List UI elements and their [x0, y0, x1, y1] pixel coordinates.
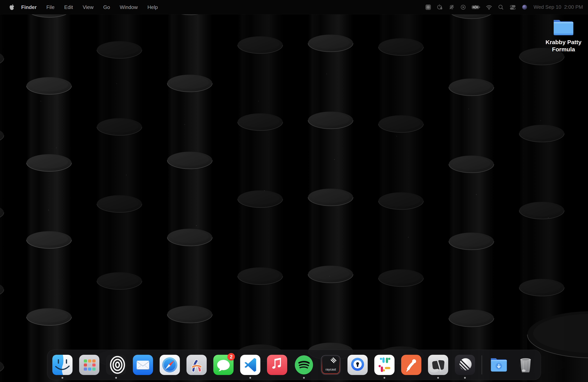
dock-finder-icon[interactable] [52, 355, 73, 375]
dock-mail-icon[interactable] [133, 355, 153, 375]
desktop-folder-krabby-patty[interactable]: Krabby Patty Formula [542, 17, 585, 53]
dock-raycast-icon[interactable]: raycast [321, 355, 341, 375]
running-indicator [115, 377, 117, 379]
running-indicator [303, 377, 305, 379]
menu-app-name[interactable]: Finder [16, 0, 42, 14]
control-center-menubar-icon[interactable] [507, 4, 519, 11]
dock-spotify-icon[interactable] [294, 355, 314, 375]
desktop-screen: Finder File Edit View Go Window Help [0, 0, 588, 382]
wallpaper [0, 0, 588, 382]
dock-separator [482, 355, 482, 374]
dock-arc-icon[interactable] [187, 355, 207, 375]
dock-trash-icon[interactable] [515, 355, 536, 375]
wifi-menubar-icon[interactable] [483, 4, 495, 11]
menu-edit[interactable]: Edit [59, 0, 78, 14]
running-indicator [250, 377, 251, 379]
dock-postman-icon[interactable] [401, 355, 421, 375]
dock: 2 [47, 350, 541, 380]
dock-glyph-app-icon[interactable] [428, 355, 448, 375]
menu-view[interactable]: View [78, 0, 98, 14]
apple-menu-icon[interactable] [7, 4, 16, 11]
dock-music-icon[interactable] [267, 355, 287, 375]
menu-go[interactable]: Go [98, 0, 115, 14]
dock-1password-icon[interactable] [347, 355, 368, 375]
menubar-clock[interactable]: Wed Sep 10 2:00 PM [530, 4, 585, 10]
raycast-label: raycast [326, 368, 336, 371]
dock-safari-icon[interactable] [160, 355, 180, 375]
dock-downloads-folder-icon[interactable] [489, 355, 509, 375]
power-lock-menubar-icon[interactable] [434, 4, 446, 11]
dock-rings-app-icon[interactable] [106, 355, 126, 375]
spotlight-search-menubar-icon[interactable] [495, 4, 507, 11]
running-indicator [384, 377, 385, 379]
menu-bar-left: Finder File Edit View Go Window Help [7, 0, 163, 14]
messages-badge: 2 [228, 353, 235, 361]
menu-bar-status: Wed Sep 10 2:00 PM [422, 4, 585, 11]
menu-help[interactable]: Help [143, 0, 163, 14]
battery-charging-menubar-icon[interactable] [469, 4, 483, 11]
menu-file[interactable]: File [42, 0, 59, 14]
running-indicator [62, 377, 63, 379]
burst-menubar-icon[interactable] [422, 4, 434, 11]
desktop-folder-label: Krabby Patty Formula [546, 39, 581, 53]
siri-menubar-icon[interactable] [519, 4, 530, 11]
running-indicator [437, 377, 439, 379]
dock-linear-icon[interactable] [455, 355, 475, 375]
menu-window[interactable]: Window [115, 0, 143, 14]
dock-vscode-icon[interactable] [240, 355, 260, 375]
hatched-menubar-icon[interactable] [446, 4, 457, 11]
dock-slack-icon[interactable] [374, 355, 395, 375]
running-indicator [464, 377, 466, 379]
dock-messages-icon[interactable]: 2 [213, 355, 233, 375]
menu-bar: Finder File Edit View Go Window Help [0, 0, 588, 14]
dock-launchpad-icon[interactable] [79, 355, 99, 375]
now-playing-menubar-icon[interactable] [457, 4, 469, 11]
